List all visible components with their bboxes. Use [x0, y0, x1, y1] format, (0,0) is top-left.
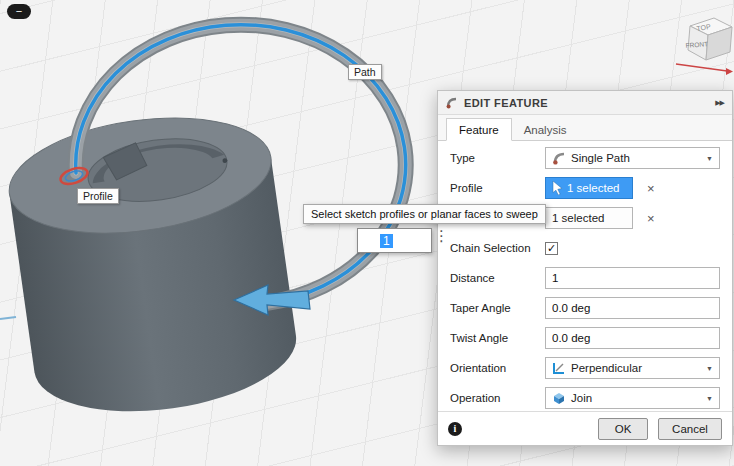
row-type: Type Single Path ▼	[438, 143, 732, 173]
row-taper-angle: Taper Angle	[438, 293, 732, 323]
sweep-feature-icon	[446, 97, 458, 109]
type-value: Single Path	[571, 152, 630, 164]
viewcube[interactable]: TOP FRONT	[676, 18, 733, 75]
operation-value: Join	[571, 392, 592, 404]
orientation-label: Orientation	[450, 362, 545, 374]
dialog-tabbar: Feature Analysis	[438, 115, 732, 141]
x-axis-arrow	[726, 68, 733, 75]
tab-analysis[interactable]: Analysis	[512, 118, 579, 141]
type-dropdown[interactable]: Single Path ▼	[545, 147, 720, 169]
clear-profile-icon[interactable]: ×	[647, 182, 655, 195]
taper-angle-input[interactable]	[545, 297, 720, 319]
operation-dropdown[interactable]: Join ▼	[545, 387, 720, 409]
drag-handle-icon[interactable]: ⋮	[434, 229, 449, 243]
taper-angle-label: Taper Angle	[450, 302, 545, 314]
sketch-line	[0, 317, 16, 319]
profile-label-tag: Profile	[77, 188, 119, 204]
cancel-button[interactable]: Cancel	[658, 418, 722, 440]
dialog-footer: i OK Cancel	[438, 411, 732, 445]
floating-distance-input[interactable]: 1	[357, 228, 432, 253]
chain-selection-checkbox[interactable]: ✓	[545, 242, 558, 255]
distance-input[interactable]	[545, 267, 720, 289]
cursor-icon	[552, 181, 563, 195]
info-glyph: i	[454, 423, 457, 434]
distance-label: Distance	[450, 272, 545, 284]
twist-angle-label: Twist Angle	[450, 332, 545, 344]
join-operation-icon	[552, 392, 566, 405]
checkmark-icon: ✓	[547, 243, 556, 254]
chain-selection-label: Chain Selection	[450, 242, 545, 254]
path-label-tag: Path	[348, 64, 382, 80]
row-chain-selection: Chain Selection ✓	[438, 233, 732, 263]
orientation-dropdown[interactable]: Perpendicular ▼	[545, 357, 720, 379]
info-icon[interactable]: i	[448, 422, 462, 436]
profile-selected-count: 1 selected	[567, 182, 619, 194]
cylinder-body[interactable]	[2, 103, 304, 427]
type-label: Type	[450, 152, 545, 164]
selection-tooltip: Select sketch profiles or planar faces t…	[303, 204, 546, 224]
path-selected-count: 1 selected	[552, 212, 604, 224]
edit-feature-dialog: EDIT FEATURE ▶▶ Feature Analysis Type Si…	[437, 90, 733, 446]
chevron-down-icon: ▼	[706, 395, 713, 402]
floating-distance-value[interactable]: 1	[380, 234, 393, 248]
chevron-down-icon: ▼	[706, 155, 713, 162]
row-orientation: Orientation Perpendicular ▼	[438, 353, 732, 383]
collapse-toolbar-button[interactable]: −	[7, 4, 31, 19]
orientation-value: Perpendicular	[571, 362, 642, 374]
expand-panel-icon[interactable]: ▶▶	[715, 99, 724, 107]
row-profile: Profile 1 selected ×	[438, 173, 732, 203]
perpendicular-icon	[552, 362, 566, 375]
x-axis-line	[676, 64, 727, 71]
twist-angle-input[interactable]	[545, 327, 720, 349]
clear-path-icon[interactable]: ×	[647, 212, 655, 225]
dialog-header[interactable]: EDIT FEATURE ▶▶	[438, 91, 732, 115]
row-distance: Distance	[438, 263, 732, 293]
row-operation: Operation Join ▼	[438, 383, 732, 413]
ok-button[interactable]: OK	[598, 418, 648, 440]
path-selection-chip[interactable]: 1 selected	[545, 207, 633, 229]
profile-label: Profile	[450, 182, 545, 194]
operation-label: Operation	[450, 392, 545, 404]
single-path-icon	[552, 151, 566, 165]
dialog-body: Type Single Path ▼ Profile 1 selected ×	[438, 141, 732, 413]
tab-feature[interactable]: Feature	[446, 118, 512, 141]
chevron-down-icon: ▼	[706, 365, 713, 372]
row-twist-angle: Twist Angle	[438, 323, 732, 353]
profile-selection-chip[interactable]: 1 selected	[545, 177, 633, 199]
dialog-title: EDIT FEATURE	[464, 97, 548, 109]
